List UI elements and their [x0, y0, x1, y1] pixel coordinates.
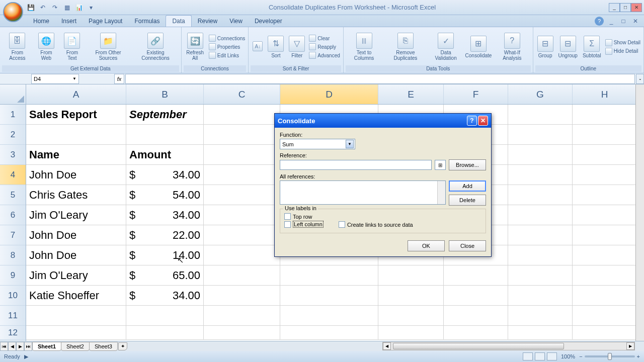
cell[interactable] [508, 105, 573, 125]
cell[interactable] [444, 326, 508, 340]
remove-duplicates-button[interactable]: ⎘Remove Duplicates [383, 32, 427, 62]
cell[interactable] [204, 306, 280, 326]
cell[interactable] [508, 185, 573, 205]
cell[interactable] [204, 326, 280, 340]
minimize-button[interactable]: _ [609, 3, 620, 12]
row-header[interactable]: 7 [0, 225, 26, 245]
close-dialog-button[interactable]: Close [449, 240, 486, 251]
add-button[interactable]: Add [449, 180, 486, 192]
cell[interactable] [508, 125, 573, 145]
restore-icon[interactable]: □ [619, 17, 628, 26]
cell[interactable] [573, 245, 637, 265]
tab-formulas[interactable]: Formulas [128, 16, 166, 27]
subtotal-button[interactable]: ΣSubtotal [581, 35, 603, 59]
cell[interactable] [573, 205, 637, 225]
row-header[interactable]: 3 [0, 145, 26, 165]
cell[interactable]: $34.00 [126, 165, 204, 185]
row-header[interactable]: 10 [0, 286, 26, 306]
all-references-list[interactable] [280, 180, 446, 205]
cell[interactable] [126, 306, 204, 326]
qat-icon[interactable]: ▦ [62, 3, 71, 12]
select-all-corner[interactable] [0, 84, 26, 105]
row-header[interactable]: 2 [0, 125, 26, 145]
qat-dropdown-icon[interactable]: ▾ [87, 3, 96, 12]
delete-button[interactable]: Delete [449, 195, 486, 206]
function-select[interactable]: Sum ▼ [280, 139, 355, 149]
create-links-checkbox[interactable] [339, 221, 345, 228]
cell[interactable] [126, 326, 204, 340]
prev-sheet-button[interactable]: ◀ [8, 342, 16, 351]
data-validation-button[interactable]: ✓Data Validation [429, 32, 463, 62]
sort-asc-button[interactable]: A↓ [251, 40, 265, 53]
browse-button[interactable]: Browse... [449, 159, 486, 170]
tab-review[interactable]: Review [192, 16, 223, 27]
col-header[interactable]: E [378, 84, 444, 104]
zoom-in-button[interactable]: + [637, 353, 640, 359]
col-header[interactable]: C [204, 84, 280, 104]
cell[interactable] [573, 165, 637, 185]
cell[interactable] [378, 265, 444, 286]
last-sheet-button[interactable]: ⏭ [24, 342, 32, 351]
cell[interactable] [508, 165, 573, 185]
cell[interactable]: Katie Shoeffer [26, 286, 126, 306]
cell[interactable]: $34.00 [126, 205, 204, 225]
col-header[interactable]: A [26, 84, 126, 104]
cell[interactable] [204, 265, 280, 286]
from-text-button[interactable]: 📄From Text [60, 32, 84, 62]
properties-button[interactable]: Properties [208, 43, 247, 51]
cell[interactable] [280, 326, 378, 340]
first-sheet-button[interactable]: ⏮ [0, 342, 8, 351]
qat-icon[interactable]: 📊 [74, 3, 84, 12]
from-other-button[interactable]: 📁From Other Sources [86, 32, 131, 62]
row-header[interactable]: 4 [0, 165, 26, 185]
cell[interactable]: September [126, 105, 204, 125]
cell[interactable]: $22.00 [126, 225, 204, 245]
fx-button[interactable]: fx [114, 74, 124, 84]
filter-button[interactable]: ▽Filter [287, 35, 307, 59]
cell[interactable]: Jim O'Leary [26, 265, 126, 286]
cell[interactable] [573, 145, 637, 165]
undo-icon[interactable]: ↶ [38, 3, 47, 12]
row-header[interactable]: 5 [0, 185, 26, 205]
cell[interactable] [573, 265, 637, 286]
what-if-button[interactable]: ?What-If Analysis [494, 32, 531, 62]
cell[interactable] [204, 165, 280, 185]
cell[interactable] [573, 225, 637, 245]
cell[interactable] [204, 185, 280, 205]
cell[interactable] [280, 265, 378, 286]
macro-icon[interactable]: ▶ [24, 353, 28, 360]
cell[interactable]: $54.00 [126, 185, 204, 205]
cell[interactable] [508, 326, 573, 340]
refresh-all-button[interactable]: 🔄Refresh All [184, 32, 207, 62]
cell[interactable] [204, 125, 280, 145]
dialog-close-button[interactable]: ✕ [478, 116, 488, 126]
cell[interactable] [508, 286, 573, 306]
close-button[interactable]: ✕ [631, 3, 642, 12]
cell[interactable] [26, 306, 126, 326]
cell[interactable] [573, 306, 637, 326]
zoom-slider[interactable] [585, 355, 635, 357]
cell[interactable] [378, 286, 444, 306]
row-header[interactable]: 6 [0, 205, 26, 225]
page-layout-view-button[interactable] [535, 352, 545, 360]
cell[interactable] [280, 286, 378, 306]
ok-button[interactable]: OK [408, 240, 445, 251]
cell[interactable] [444, 265, 508, 286]
tab-insert[interactable]: Insert [55, 16, 83, 27]
cell[interactable]: $14.00 [126, 245, 204, 265]
cell[interactable]: $34.00 [126, 286, 204, 306]
zoom-thumb[interactable] [608, 353, 612, 360]
cell[interactable] [204, 145, 280, 165]
list-scrollbar[interactable] [437, 181, 445, 204]
cell[interactable] [573, 125, 637, 145]
cell[interactable] [508, 306, 573, 326]
from-web-button[interactable]: 🌐From Web [34, 32, 59, 62]
reapply-button[interactable]: Reapply [308, 43, 341, 51]
cell[interactable] [573, 286, 637, 306]
cell[interactable] [280, 306, 378, 326]
cell[interactable]: Sales Report [26, 105, 126, 125]
col-header[interactable]: F [444, 84, 508, 104]
dialog-help-button[interactable]: ? [467, 116, 477, 126]
show-detail-button[interactable]: Show Detail [604, 39, 641, 47]
sheet-tab[interactable]: Sheet1 [32, 342, 61, 351]
